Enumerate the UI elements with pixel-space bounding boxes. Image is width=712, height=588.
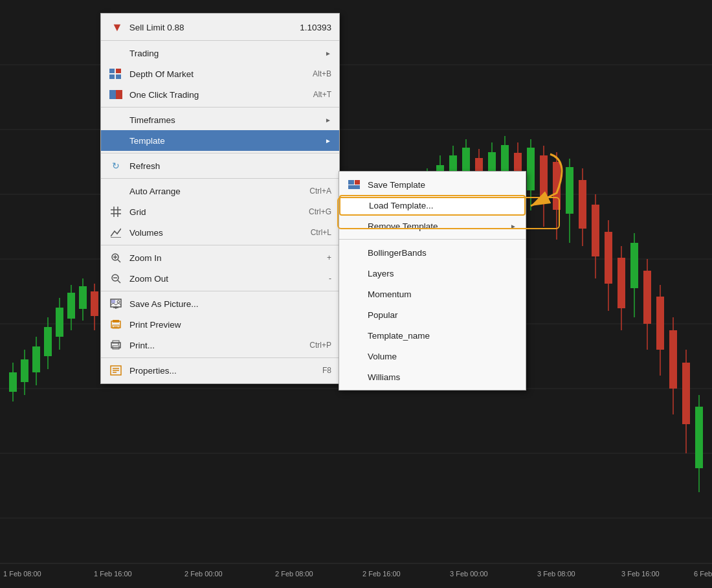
submenu-item-template-name[interactable]: Template_name: [339, 325, 526, 346]
svg-rect-47: [592, 205, 599, 256]
timeframes-label: Timeframes: [129, 115, 320, 125]
separator-2: [101, 107, 339, 107]
zoomin-shortcut: +: [327, 253, 331, 262]
svg-rect-45: [579, 180, 586, 229]
context-menu: ▼ Sell Limit 0.88 1.10393 Trading ► Dept…: [100, 13, 340, 384]
menu-item-dom[interactable]: Depth Of Market Alt+B: [101, 63, 339, 84]
svg-rect-15: [44, 327, 52, 356]
menu-item-trading[interactable]: Trading ►: [101, 43, 339, 63]
submenu-separator-1: [339, 239, 526, 240]
properties-shortcut: F8: [322, 366, 331, 375]
svg-line-125: [118, 280, 120, 283]
svg-rect-133: [113, 320, 119, 322]
separator-6: [101, 291, 339, 291]
svg-rect-95: [553, 162, 561, 210]
svg-text:2 Feb 00:00: 2 Feb 00:00: [184, 570, 223, 578]
submenu-item-save-template[interactable]: Save Template: [339, 174, 526, 195]
remove-template-label: Remove Template: [368, 221, 438, 231]
sell-limit-icon: ▼: [111, 21, 123, 34]
layers-label: Layers: [368, 269, 394, 278]
svg-rect-11: [21, 359, 28, 382]
zoomin-icon: [109, 251, 123, 265]
menu-item-savepic[interactable]: Save As Picture...: [101, 293, 339, 314]
submenu-item-remove-template[interactable]: Remove Template ►: [339, 216, 526, 236]
dom-icon: [109, 67, 123, 81]
load-template-icon: [350, 200, 362, 210]
menu-item-zoomout[interactable]: Zoom Out -: [101, 268, 339, 289]
submenu-item-layers[interactable]: Layers: [339, 263, 526, 284]
grid-label: Grid: [129, 207, 302, 217]
dom-label: Depth Of Market: [129, 69, 306, 79]
submenu-item-momentum[interactable]: Momentum: [339, 284, 526, 304]
svg-rect-49: [605, 232, 612, 284]
trading-icon: [109, 46, 123, 60]
svg-text:6 Feb: 6 Feb: [694, 570, 712, 578]
volumes-label: Volumes: [129, 228, 304, 238]
properties-label: Properties...: [129, 366, 316, 376]
timeframes-icon: [109, 113, 123, 127]
volumes-shortcut: Ctrl+L: [311, 228, 331, 237]
menu-item-timeframes[interactable]: Timeframes ►: [101, 109, 339, 130]
grid-icon: [109, 205, 123, 219]
autoarrange-label: Auto Arrange: [129, 187, 303, 196]
template-name-label: Template_name: [368, 331, 430, 341]
submenu: Save Template Load Template... Remove Te…: [339, 171, 526, 390]
bollinger-icon: [348, 247, 361, 258]
separator-7: [101, 357, 339, 358]
template-label: Template: [129, 136, 320, 146]
submenu-item-load-template[interactable]: Load Template...: [339, 195, 526, 216]
volume-icon: [348, 351, 361, 361]
menu-item-print[interactable]: Print... Ctrl+P: [101, 335, 339, 356]
menu-item-refresh[interactable]: ↻ Refresh: [101, 155, 339, 176]
menu-item-template[interactable]: Template ►: [101, 130, 339, 151]
sell-limit-price: 1.10393: [300, 23, 331, 32]
svg-rect-93: [540, 155, 548, 202]
grid-shortcut: Ctrl+G: [309, 207, 331, 216]
momentum-label: Momentum: [368, 289, 412, 299]
popular-label: Popular: [368, 310, 398, 320]
submenu-item-volume[interactable]: Volume: [339, 346, 526, 367]
menu-item-printprev[interactable]: Print Preview: [101, 314, 339, 335]
menu-item-properties[interactable]: Properties... F8: [101, 360, 339, 381]
svg-rect-146: [355, 180, 360, 185]
sell-limit-item[interactable]: ▼ Sell Limit 0.88 1.10393: [101, 16, 339, 38]
svg-rect-114: [116, 90, 122, 99]
svg-rect-110: [116, 69, 121, 73]
svg-rect-63: [695, 407, 703, 468]
remove-template-icon: [348, 221, 361, 231]
submenu-item-williams[interactable]: Williams: [339, 367, 526, 387]
zoomout-shortcut: -: [329, 274, 331, 283]
svg-rect-55: [643, 271, 651, 324]
menu-item-volumes[interactable]: Volumes Ctrl+L: [101, 222, 339, 243]
menu-item-grid[interactable]: Grid Ctrl+G: [101, 201, 339, 222]
autoarrange-icon: [109, 184, 123, 198]
print-shortcut: Ctrl+P: [309, 341, 331, 350]
svg-text:3 Feb 08:00: 3 Feb 08:00: [537, 570, 575, 578]
bollinger-label: BollingerBands: [368, 248, 427, 258]
svg-rect-147: [348, 185, 360, 189]
savepic-icon: [109, 297, 123, 311]
print-icon: [109, 338, 123, 352]
menu-item-oneclick[interactable]: One Click Trading Alt+T: [101, 84, 339, 105]
separator-3: [101, 153, 339, 153]
svg-rect-97: [566, 167, 573, 214]
submenu-item-popular[interactable]: Popular: [339, 304, 526, 325]
svg-text:1 Feb 16:00: 1 Feb 16:00: [94, 570, 132, 578]
trading-arrow: ►: [325, 50, 331, 57]
svg-text:1 Feb 08:00: 1 Feb 08:00: [3, 570, 41, 578]
zoomin-label: Zoom In: [129, 253, 320, 263]
svg-rect-145: [348, 180, 354, 185]
submenu-item-bollinger[interactable]: BollingerBands: [339, 242, 526, 263]
svg-rect-113: [109, 90, 116, 99]
menu-item-autoarrange[interactable]: Auto Arrange Ctrl+A: [101, 181, 339, 201]
template-name-icon: [348, 330, 361, 341]
svg-rect-112: [116, 74, 121, 79]
svg-rect-61: [682, 363, 690, 424]
svg-rect-21: [79, 286, 87, 309]
svg-text:3 Feb 16:00: 3 Feb 16:00: [621, 570, 660, 578]
menu-item-zoomin[interactable]: Zoom In +: [101, 247, 339, 268]
volumes-icon: [109, 225, 123, 240]
load-template-label: Load Template...: [369, 201, 434, 210]
dom-shortcut: Alt+B: [313, 69, 331, 78]
separator-5: [101, 245, 339, 245]
